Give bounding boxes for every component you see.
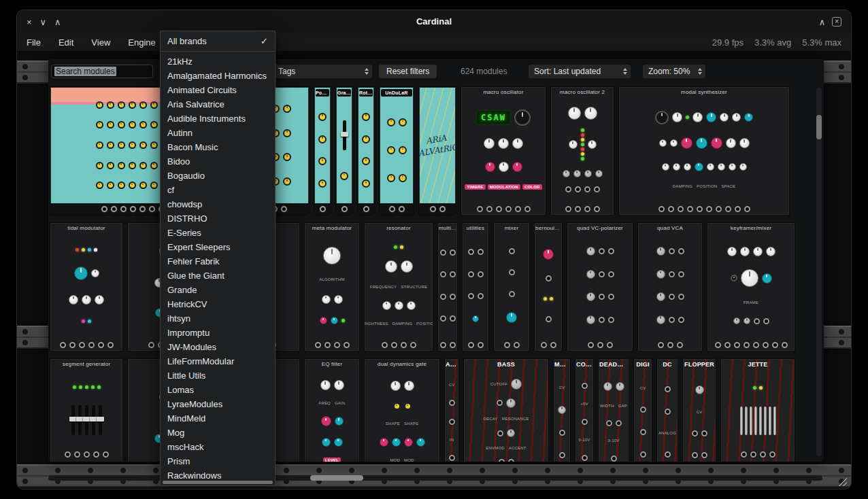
port-jack [607,342,613,348]
pin-top-icon[interactable]: ∧ [819,17,826,27]
tags-dropdown[interactable]: Tags [273,65,372,78]
close-window-icon[interactable]: × [832,17,841,27]
module-card-keyframer-mixer[interactable]: keyframer/mixerFRAME [707,222,795,351]
module-card-tidal-modulator[interactable]: tidal modulator [50,222,123,351]
module-card-quad-vc-polarizer[interactable]: quad VC-polarizer [567,222,633,351]
port-jack [450,342,456,348]
led [82,320,85,323]
vertical-scrollbar-thumb[interactable] [816,115,822,139]
led-row [73,385,101,389]
module-card-deadband[interactable]: DEADBANDWIDTHGAP0-10V [598,358,629,462]
module-card-bernoulli-gate[interactable]: bernoulli gate [534,222,563,351]
brand-item-jw-modules[interactable]: JW-Modules [161,340,275,354]
brand-item-animated-circuits[interactable]: Animated Circuits [161,83,275,97]
brand-item-lomas[interactable]: Lomas [161,383,275,397]
module-card-quad-vca[interactable]: quad VCA [637,222,703,351]
module-card-multiples[interactable]: multiples [437,222,458,351]
module-card[interactable]: ARiASALVAtRiCE [418,86,456,216]
module-card-macro-oscillator-2[interactable]: macro oscillator 2 [550,86,614,216]
vertical-scrollbar[interactable] [816,88,822,456]
port-jack [120,206,127,212]
reset-filters-button[interactable]: Reset filters [379,65,437,78]
brand-item-prism[interactable]: Prism [161,454,275,468]
module-card-meta-modulator[interactable]: meta modulatorALGORITHM [304,222,360,351]
knob [150,182,158,189]
module-card-digi[interactable]: DIGICV [633,358,652,462]
port-jack [667,342,673,348]
menu-engine[interactable]: Engine [128,37,155,48]
knob [656,315,665,324]
knob [568,107,581,120]
brand-item-all-brands[interactable]: All brands✓ [161,34,275,48]
zoom-dropdown[interactable]: Zoom: 50% [643,65,705,78]
brand-item-aria-salvatrice[interactable]: Aria Salvatrice [161,97,275,111]
slider [78,405,82,435]
brand-item-lyraemodules[interactable]: LyraeModules [161,397,275,411]
knob [387,146,395,154]
port-jack [559,430,565,436]
module-card-segment-generator[interactable]: segment generator [50,358,123,462]
sort-dropdown[interactable]: Sort: Last updated [529,65,631,78]
port-jack [524,206,531,212]
brand-item-mindmeld[interactable]: MindMeld [161,411,275,426]
search-input[interactable]: Search modules [51,65,153,78]
port-jack [440,315,446,322]
brand-item-bacon-music[interactable]: Bacon Music [161,140,275,154]
menu-view[interactable]: View [91,37,110,48]
module-card-mera[interactable]: MERACV [553,358,571,462]
knob [543,249,554,260]
module-card-mixer[interactable]: mixer [493,222,530,351]
brand-item-glue-the-giant[interactable]: Glue the Giant [161,269,275,283]
brand-item-expert-sleepers[interactable]: Expert Sleepers [161,240,275,254]
module-card-resonator[interactable]: resonatorFREQUENCYSTRUCTUREBRIGHTNESSDAM… [364,222,433,351]
brand-item-amalgamated-harmonics[interactable]: Amalgamated Harmonics [161,69,275,83]
brand-item-autinn[interactable]: Autinn [161,126,275,140]
led [91,385,95,389]
module-card-undular[interactable]: UnDuLaR [379,86,414,216]
menu-edit[interactable]: Edit [59,37,73,48]
module-card-dual-dynamics-gate[interactable]: dual dynamics gateSHAPESHAPEMODMOD [364,358,440,462]
knob [321,416,331,426]
module-card-modal-synthesizer[interactable]: modal synthesizerDAMPINGPOSITIONSPACE [618,86,790,216]
module-card-utilities[interactable]: utilities [462,222,489,351]
port-jack [678,206,684,212]
module-card-eq-filter[interactable]: EQ filterFREQGAINLEVEL [304,358,360,462]
brand-item-mschack[interactable]: mscHack [161,440,275,454]
menu-scroll-hint[interactable] [163,481,273,484]
module-card-bass[interactable]: BASSCUTOFFDECAYRESONANCEENVMODACCENT [463,358,549,462]
port-jack [468,249,474,255]
brand-item-chowdsp[interactable]: chowdsp [161,197,275,211]
menu-file[interactable]: File [27,37,41,48]
brand-item-impromptu[interactable]: Impromptu [161,326,275,340]
brand-item-ihtsyn[interactable]: ihtsyn [161,311,275,326]
brand-item-grande[interactable]: Grande [161,283,275,297]
perf-stat: 5.3% max [802,37,841,48]
brand-item-e-series[interactable]: E-Series [161,226,275,240]
knob [670,139,678,147]
brand-item-distrho[interactable]: DISTRHO [161,211,275,226]
horizontal-scrollbar-thumb[interactable] [310,475,363,481]
module-card-jette[interactable]: JETTE [720,358,795,462]
module-card-macro-oscillator[interactable]: macro oscillatorCSAWTIMBREMODULATIONCOLO… [461,86,546,216]
port-jack [658,342,664,348]
module-card-amp[interactable]: AMPCVIN [444,358,459,462]
brand-item-fehler-fabrik[interactable]: Fehler Fabrik [161,254,275,269]
brand-item-cf[interactable]: cf [161,183,275,197]
module-card-dc[interactable]: DCANALOG [656,358,678,462]
reset-filters-label: Reset filters [386,67,429,76]
module-card-grabby[interactable]: Grabby [335,86,353,216]
brand-item-lifeformmodular[interactable]: LifeFormModular [161,354,275,368]
module-card-flopper[interactable]: FLOPPERCV [682,358,716,462]
knob [707,163,714,171]
brand-item-bogaudio[interactable]: Bogaudio [161,169,275,183]
module-card-pokies[interactable]: Pokies [314,86,331,216]
brand-item-hetrickcv[interactable]: HetrickCV [161,297,275,311]
brand-item-audible-instruments[interactable]: Audible Instruments [161,111,275,126]
module-card-conv[interactable]: CONV+5V0-10V [575,358,594,462]
brand-item-little-utils[interactable]: Little Utils [161,368,275,383]
knob [96,182,103,189]
brand-item-bidoo[interactable]: Bidoo [161,154,275,169]
brand-item-21khz[interactable]: 21kHz [161,54,275,69]
brand-item-mog[interactable]: Mog [161,426,275,440]
module-card-rotatoes[interactable]: Rotatoes [357,86,375,216]
